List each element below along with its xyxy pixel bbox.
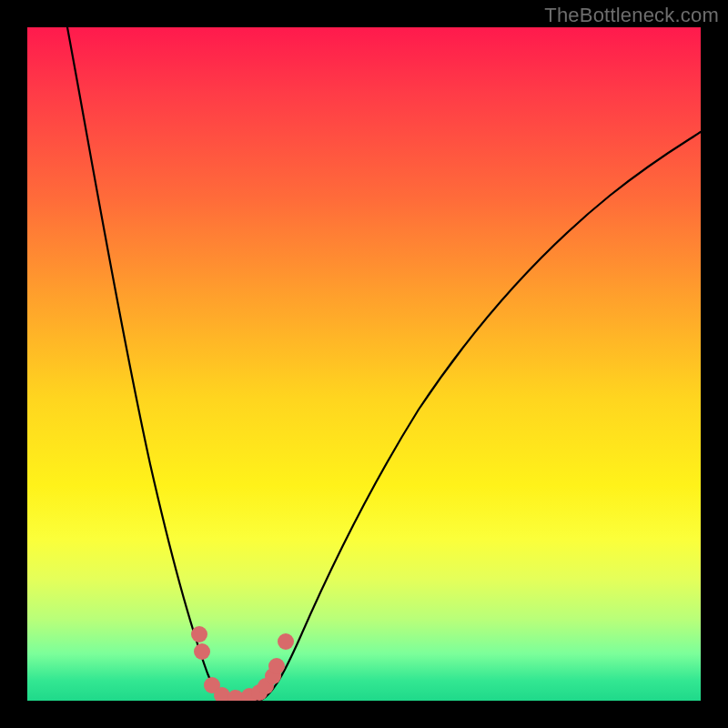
bottleneck-curve-left — [67, 27, 228, 701]
svg-point-1 — [194, 643, 210, 660]
plot-area — [27, 27, 701, 701]
watermark-text: TheBottleneck.com — [544, 4, 719, 27]
svg-point-9 — [268, 658, 285, 674]
chart-svg — [27, 27, 701, 701]
svg-point-0 — [191, 626, 207, 642]
bottleneck-curve-right — [259, 132, 701, 701]
chart-frame: TheBottleneck.com — [0, 0, 728, 728]
svg-point-10 — [278, 633, 294, 650]
sample-points — [191, 626, 294, 701]
